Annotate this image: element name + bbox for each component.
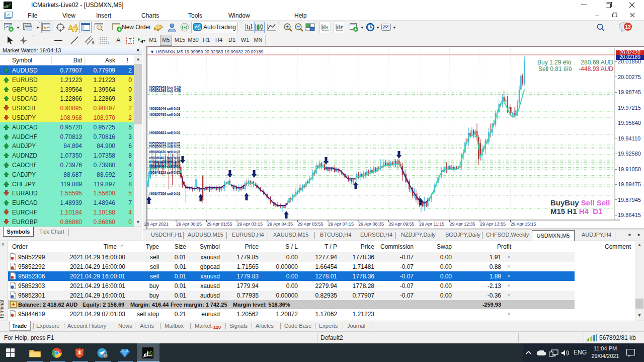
svg-text:#95849466 sell 0.05: #95849466 sell 0.05 — [149, 160, 180, 164]
svg-text:#95849464 sell 0.01: #95849464 sell 0.01 — [149, 164, 180, 169]
svg-text:#95850851 sell 0.05: #95850851 sell 0.05 — [149, 130, 180, 135]
svg-text:IC: IC — [148, 350, 153, 355]
svg-text:E: E — [92, 41, 95, 44]
svg-text:57: 57 — [103, 354, 107, 357]
svg-text:#95850336 sell 0.05: #95850336 sell 0.05 — [149, 150, 180, 154]
svg-text:#95851046 sell 0.03: #95851046 sell 0.03 — [149, 106, 180, 111]
svg-text:#95850675 sell 0.05: #95850675 sell 0.05 — [149, 144, 180, 149]
svg-text:#95850795 sell 0.08: #95850795 sell 0.08 — [149, 112, 180, 117]
svg-text:#95851268 buy 0.08: #95851268 buy 0.08 — [149, 88, 181, 93]
svg-text:13: 13 — [625, 24, 631, 30]
svg-text:#95848113 sell 0.05: #95848113 sell 0.05 — [149, 170, 180, 175]
svg-text:T: T — [128, 38, 131, 43]
svg-text:#95847556 sell 0.01: #95847556 sell 0.01 — [149, 191, 180, 196]
svg-text:F: F — [108, 41, 110, 45]
